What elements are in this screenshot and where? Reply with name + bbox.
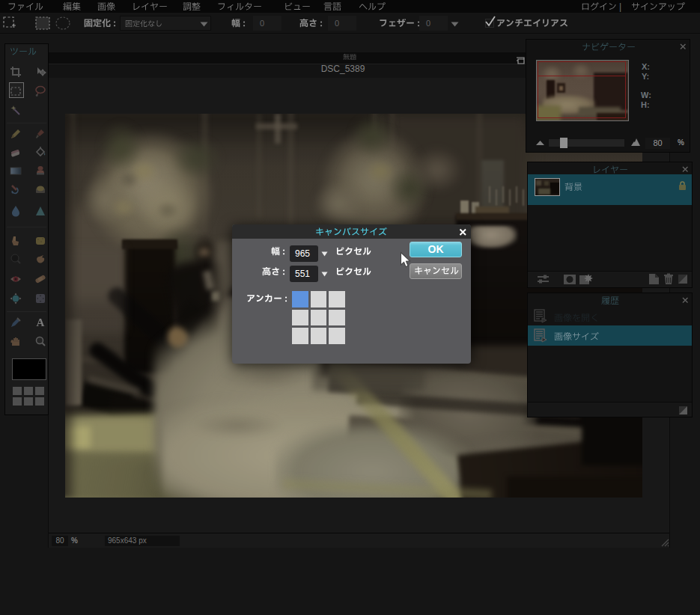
svg-text:A: A — [37, 316, 45, 328]
